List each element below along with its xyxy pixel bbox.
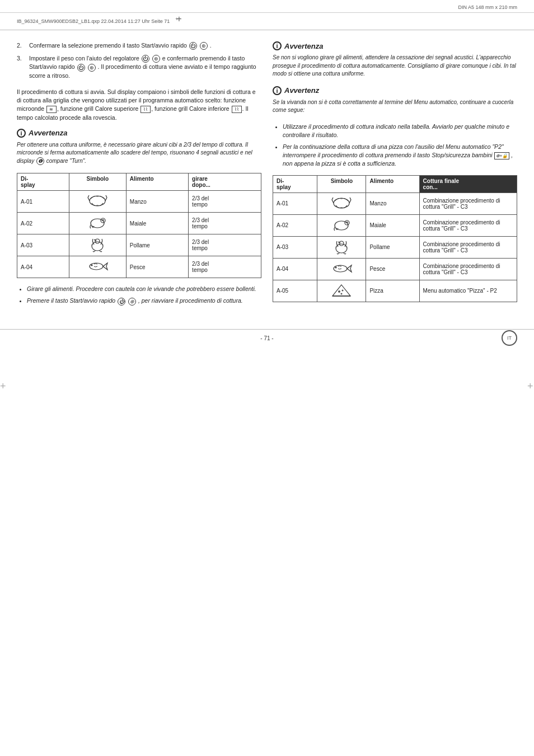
- icon-gear-2: ⊛: [88, 64, 96, 72]
- note-2-title: i Avvertenza: [273, 41, 517, 50]
- step-3: 3. Impostare il peso con l'aiuto del reg…: [17, 54, 261, 80]
- cell-alimento: Manzo: [126, 191, 188, 213]
- th-symbol-r: Simbolo: [317, 175, 366, 192]
- svg-point-12: [91, 265, 93, 266]
- body-paragraph-1: Il procedimento di cottura si avvia. Sul…: [17, 88, 261, 122]
- svg-line-2: [88, 195, 89, 198]
- svg-point-24: [334, 265, 347, 272]
- numbered-steps: 2. Confermare la selezione premendo il t…: [17, 41, 261, 80]
- icon-reg-1: ⏻: [142, 55, 149, 63]
- svg-point-23: [339, 241, 344, 246]
- svg-line-16: [349, 200, 351, 203]
- note-1-title: i Avvertenza: [17, 129, 261, 138]
- left-bullets: Girare gli alimenti. Procedere con caute…: [17, 285, 261, 305]
- left-table: Di-splay Simbolo Alimento giraredopo... …: [17, 173, 261, 278]
- svg-point-20: [346, 222, 347, 223]
- cell-display: A-02: [17, 213, 69, 234]
- table-row: A-02 Maiale 2/3 de: [17, 213, 261, 234]
- icon-stop-child: ⊕+🔒: [494, 152, 510, 160]
- cell-symbol-r: [317, 280, 366, 302]
- cell-symbol: [69, 234, 126, 256]
- icon-pesce-l: [86, 259, 109, 274]
- table-row: A-01 Manzo: [273, 192, 517, 214]
- note-box-3: i Avvertenz Se la vivanda non si è cotta…: [273, 86, 517, 115]
- svg-point-11: [90, 263, 103, 270]
- svg-point-26: [338, 290, 340, 293]
- icon-microwave: ≋: [46, 106, 57, 113]
- icon-gear-1: ⊛: [200, 42, 208, 50]
- th-alimento-l: Alimento: [126, 173, 188, 191]
- svg-point-28: [341, 293, 343, 294]
- icon-maiale-r: [330, 217, 353, 233]
- cell-alimento-r: Maiale: [366, 214, 419, 236]
- icon-start-bullet: ⏻: [118, 298, 125, 306]
- footer-page-number: - 71 -: [260, 335, 273, 341]
- note-3-title-text: Avvertenz: [284, 86, 319, 95]
- cell-girare: 2/3 deltempo: [189, 256, 261, 278]
- footer-logo-text: IT: [507, 335, 512, 341]
- icon-pizza-r: [330, 283, 353, 298]
- icon-pollame-r: [330, 239, 353, 255]
- icon-start-2: ⏻: [77, 64, 85, 72]
- cell-cottura-3: Combinazione procedimento di cottura "Gr…: [419, 236, 517, 258]
- cell-alimento: Pollame: [126, 234, 188, 256]
- right-table: Di-splay Simbolo Alimento Cottura finale…: [273, 175, 517, 302]
- svg-line-15: [332, 198, 333, 200]
- icon-gear-bullet: ⊛: [128, 298, 136, 306]
- svg-point-8: [103, 219, 104, 220]
- cell-symbol-r: [317, 258, 366, 280]
- svg-line-17: [350, 198, 351, 200]
- crosshair-left: +: [0, 381, 7, 387]
- cell-display-r: A-01: [273, 192, 317, 214]
- cell-display-r: A-02: [273, 214, 317, 236]
- icon-maiale-l: [86, 215, 109, 231]
- bullet-item-1: Girare gli alimenti. Procedere con caute…: [27, 285, 261, 293]
- right-bullet-2: Per la continuazione della cottura di un…: [283, 143, 517, 168]
- svg-line-1: [88, 198, 90, 201]
- footer: - 71 - IT: [0, 330, 534, 347]
- th-symbol-l: Simbolo: [69, 173, 126, 191]
- th-display-l: Di-splay: [17, 173, 69, 191]
- cell-cottura-2: Combinazione procedimento di cottura "Gr…: [419, 214, 517, 236]
- cell-display: A-04: [17, 256, 69, 278]
- right-bullet-1: Utilizzare il procedimento di cottura in…: [283, 123, 517, 139]
- icon-grill-top: ⌇⌇: [140, 106, 151, 113]
- icon-display-1: ❶: [36, 157, 44, 165]
- th-cottura-r: Cottura finalecon...: [419, 175, 517, 192]
- note-3-title: i Avvertenz: [273, 86, 517, 95]
- icon-power-start: ⏻: [189, 42, 197, 50]
- step-3-content: Impostare il peso con l'aiuto del regola…: [29, 54, 261, 80]
- cell-symbol: [69, 213, 126, 234]
- cell-symbol-r: [317, 214, 366, 236]
- note-3-body: Se la vivanda non si è cotta correttamen…: [273, 98, 517, 115]
- table-row: A-04 Pesce 2/3 deltempo: [17, 256, 261, 278]
- page: DIN A5 148 mm x 210 mm IB_96324_SMW900ED…: [0, 0, 534, 756]
- svg-point-27: [342, 289, 344, 291]
- svg-point-25: [335, 266, 337, 268]
- svg-line-14: [332, 200, 334, 203]
- table-row: A-01 Manzo: [17, 191, 261, 213]
- step-2-num: 2.: [17, 41, 26, 50]
- cell-girare: 2/3 deltempo: [189, 191, 261, 213]
- note-box-1: i Avvertenza Per ottenere una cottura un…: [17, 129, 261, 166]
- footer-logo: IT: [502, 330, 517, 346]
- cell-display-r: A-04: [273, 258, 317, 280]
- main-content: 2. Confermare la selezione premendo il t…: [0, 30, 534, 323]
- th-display-r: Di-splay: [273, 175, 317, 192]
- svg-point-21: [347, 222, 348, 223]
- info-icon-2: i: [273, 41, 282, 50]
- cell-girare: 2/3 deltempo: [189, 234, 261, 256]
- cell-alimento: Pesce: [126, 256, 188, 278]
- cell-display-r: A-05: [273, 280, 317, 302]
- info-icon-3: i: [273, 86, 282, 95]
- note-2-body: Se non si vogliono girare gli alimenti, …: [273, 54, 517, 78]
- table-row: A-03 Pollame: [17, 234, 261, 256]
- step-2: 2. Confermare la selezione premendo il t…: [17, 41, 261, 50]
- cell-alimento-r: Manzo: [366, 192, 419, 214]
- icon-manzo-r: [330, 195, 353, 211]
- top-bar: DIN A5 148 mm x 210 mm: [0, 0, 534, 13]
- right-column: i Avvertenza Se non si vogliono girare g…: [273, 41, 517, 312]
- svg-point-7: [102, 219, 103, 220]
- cell-girare: 2/3 deltempo: [189, 213, 261, 234]
- cell-cottura-4: Combinazione procedimento di cottura "Gr…: [419, 258, 517, 280]
